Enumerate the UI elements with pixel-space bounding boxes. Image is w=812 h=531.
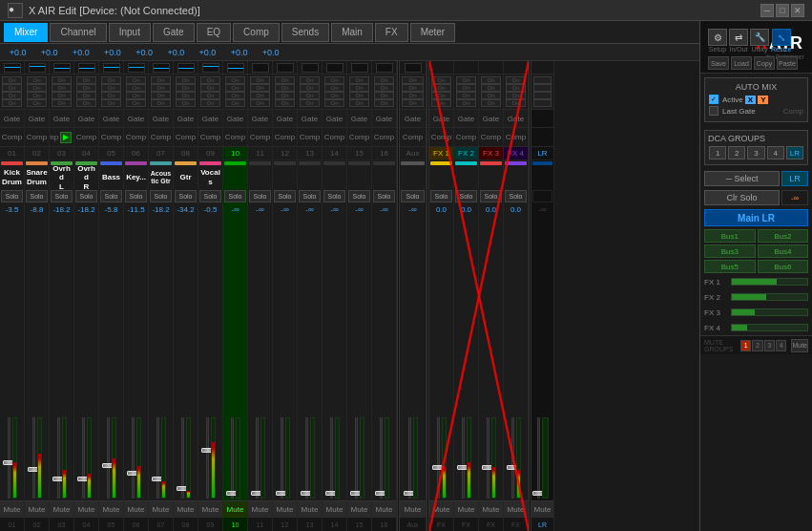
bus4-button[interactable]: Bus4	[758, 244, 809, 258]
solo-07[interactable]: Solo	[150, 190, 172, 202]
on-badge-02a[interactable]: On	[27, 76, 47, 84]
clr-solo-button[interactable]: Clr Solo	[704, 190, 780, 205]
solo-16[interactable]: Solo	[373, 190, 395, 202]
mute-09[interactable]: Mute	[198, 500, 222, 518]
fader-fx3[interactable]	[479, 215, 503, 500]
setup-btn[interactable]: ⚙ Setup	[708, 29, 727, 53]
gate-12[interactable]: Gate	[273, 109, 297, 128]
solo-05[interactable]: Solo	[100, 190, 122, 202]
maximize-button[interactable]: □	[776, 4, 789, 17]
gate-14[interactable]: Gate	[323, 109, 346, 128]
dca-btn-3[interactable]: 3	[747, 146, 764, 159]
load-button[interactable]: Load	[731, 56, 752, 70]
fader-fx2[interactable]	[454, 215, 478, 500]
gate-fx1[interactable]: Gate	[429, 109, 453, 128]
comp-aux[interactable]: Comp	[400, 128, 426, 147]
on-badge-09b[interactable]: On	[200, 84, 220, 92]
solo-02[interactable]: Solo	[26, 190, 48, 202]
on-badge-01d[interactable]: On	[2, 99, 22, 107]
fader-14[interactable]	[323, 215, 346, 500]
on-badge-03c[interactable]: On	[52, 92, 72, 99]
utility-btn[interactable]: 🔧 Utility	[750, 29, 769, 53]
fader-02[interactable]	[25, 215, 49, 500]
tab-comp[interactable]: Comp	[233, 23, 280, 42]
mute-group-3-button[interactable]: 3	[764, 340, 775, 351]
gate-15[interactable]: Gate	[347, 109, 371, 128]
gate-04[interactable]: Gate	[74, 109, 98, 128]
mute-fx3[interactable]: Mute	[479, 500, 503, 518]
gate-16[interactable]: Gate	[372, 109, 396, 128]
close-button[interactable]: ✕	[791, 4, 804, 17]
solo-10[interactable]: Solo	[224, 190, 246, 202]
mute-groups-mute-button[interactable]: Mute	[791, 339, 808, 352]
gate-fx4[interactable]: Gate	[504, 109, 528, 128]
on-badge-05b[interactable]: On	[101, 84, 121, 92]
tab-eq[interactable]: EQ	[197, 23, 231, 42]
bus5-button[interactable]: Bus5	[704, 260, 756, 273]
select-button[interactable]: ─ Select	[704, 171, 780, 186]
fader-10[interactable]	[223, 215, 247, 500]
fader-03[interactable]	[50, 215, 73, 500]
on-badge-05a[interactable]: On	[101, 76, 121, 84]
comp-14[interactable]: Comp	[323, 128, 346, 147]
on-badge-10c[interactable]: On	[225, 92, 245, 99]
comp-06[interactable]: Comp	[124, 128, 148, 147]
gate-fx2[interactable]: Gate	[454, 109, 478, 128]
on-badge-10d[interactable]: On	[225, 99, 245, 107]
on-badge-01a[interactable]: On	[2, 76, 22, 84]
solo-aux[interactable]: Solo	[401, 190, 424, 202]
mute-11[interactable]: Mute	[248, 500, 272, 518]
on-badge-02c[interactable]: On	[27, 92, 47, 99]
solo-14[interactable]: Solo	[323, 190, 345, 202]
on-badge-07a[interactable]: On	[151, 76, 171, 84]
gate-02[interactable]: Gate	[25, 109, 49, 128]
on-badge-06b[interactable]: On	[126, 84, 146, 92]
mute-05[interactable]: Mute	[99, 500, 123, 518]
solo-04[interactable]: Solo	[75, 190, 97, 202]
bus6-button[interactable]: Bus6	[758, 260, 809, 273]
comp-fx4[interactable]: Comp	[504, 128, 528, 147]
on-badge-03d[interactable]: On	[52, 99, 72, 107]
fader-16[interactable]	[372, 215, 396, 500]
inout-btn[interactable]: ⇄ In/Out	[729, 29, 748, 53]
comp-09[interactable]: Comp	[198, 128, 222, 147]
on-badge-09c[interactable]: On	[200, 92, 220, 99]
comp-05[interactable]: Comp	[99, 128, 123, 147]
on-badge-04c[interactable]: On	[76, 92, 96, 99]
minimize-button[interactable]: ─	[760, 4, 774, 17]
comp-fx3[interactable]: Comp	[479, 128, 503, 147]
gate-01[interactable]: Gate	[0, 109, 24, 128]
fader-06[interactable]	[124, 215, 148, 500]
solo-06[interactable]: Solo	[125, 190, 147, 202]
mute-14[interactable]: Mute	[323, 500, 346, 518]
solo-09[interactable]: Solo	[199, 190, 221, 202]
lr-button[interactable]: LR	[781, 171, 808, 186]
on-badge-03a[interactable]: On	[52, 76, 72, 84]
solo-fx4[interactable]: Solo	[505, 190, 527, 202]
bus2-button[interactable]: Bus2	[758, 229, 809, 243]
gate-fx3[interactable]: Gate	[479, 109, 503, 128]
comp-04[interactable]: Comp	[74, 128, 98, 147]
fader-15[interactable]	[347, 215, 371, 500]
on-badge-04d[interactable]: On	[76, 99, 96, 107]
mute-08[interactable]: Mute	[174, 500, 198, 518]
mute-16[interactable]: Mute	[372, 500, 396, 518]
solo-fx2[interactable]: Solo	[455, 190, 477, 202]
gate-aux[interactable]: Gate	[400, 109, 426, 128]
solo-fx1[interactable]: Solo	[430, 190, 452, 202]
mute-group-2-button[interactable]: 2	[752, 340, 762, 351]
fader-09[interactable]	[198, 215, 222, 500]
dca-btn-4[interactable]: 4	[767, 146, 784, 159]
mute-06[interactable]: Mute	[124, 500, 148, 518]
mute-03[interactable]: Mute	[50, 500, 73, 518]
mute-fx1[interactable]: Mute	[429, 500, 453, 518]
fader-lr[interactable]	[531, 215, 553, 500]
on-badge-03b[interactable]: On	[52, 84, 72, 92]
tab-channel[interactable]: Channel	[50, 23, 106, 42]
on-badge-08c[interactable]: On	[176, 92, 196, 99]
on-badge-08d[interactable]: On	[176, 99, 196, 107]
tab-sends[interactable]: Sends	[281, 23, 329, 42]
comp-15[interactable]: Comp	[347, 128, 371, 147]
on-badge-06c[interactable]: On	[126, 92, 146, 99]
fader-01[interactable]	[0, 215, 24, 500]
